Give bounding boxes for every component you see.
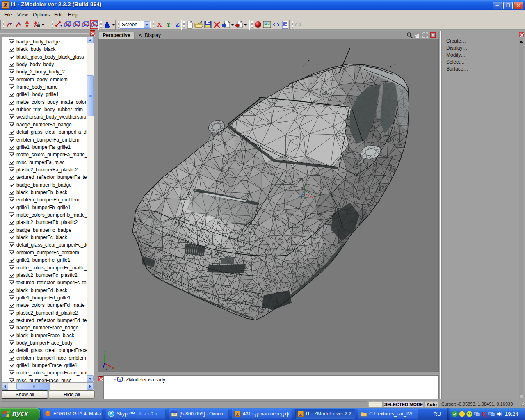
svg-text:S: S	[110, 412, 113, 416]
svg-text:Z: Z	[236, 411, 239, 417]
svg-text:Z: Z	[299, 411, 302, 417]
svg-text:Y: Y	[103, 350, 106, 354]
svg-text:Z: Z	[106, 367, 108, 371]
svg-text:X: X	[112, 366, 114, 370]
